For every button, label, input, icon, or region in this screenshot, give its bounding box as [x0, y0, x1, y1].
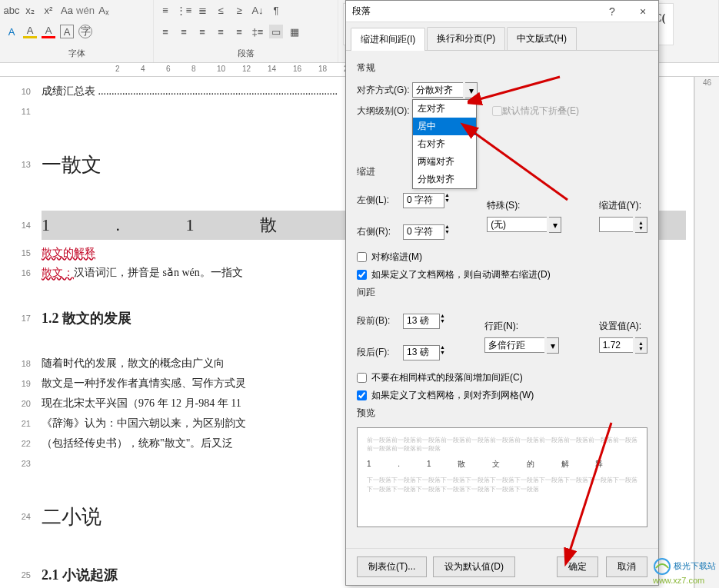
ruler-right-label: 46 [694, 77, 719, 588]
annotation-arrow [558, 415, 619, 569]
inc-indent-icon[interactable]: ≥ [232, 3, 246, 17]
svg-line-2 [569, 423, 611, 553]
showmarks-icon[interactable]: ¶ [269, 3, 283, 17]
indent-value-label: 缩进值(Y): [599, 199, 641, 212]
auto-right-indent-label: 如果定义了文档网格，则自动调整右缩进(D) [371, 268, 551, 281]
linespacing-icon[interactable]: ‡≡ [251, 25, 265, 38]
phonetic-icon[interactable]: wén [78, 3, 92, 17]
sym-indent-label: 对称缩进(M) [371, 251, 422, 264]
help-button[interactable]: ? [597, 1, 627, 22]
right-indent-input[interactable] [403, 224, 444, 240]
no-space-same-style-label: 不要在相同样式的段落间增加间距(C) [371, 371, 523, 384]
section-spacing: 间距 [357, 286, 647, 299]
snap-grid-label: 如果定义了文档网格，则对齐到网格(W) [371, 389, 534, 402]
align-justify-icon[interactable]: ≡ [214, 25, 228, 38]
align-left-icon[interactable]: ≡ [158, 25, 172, 38]
alignment-value[interactable] [412, 82, 463, 98]
indent-value-input[interactable]: ▲▼ [599, 217, 647, 233]
outline-label: 大纲级别(O): [357, 105, 412, 118]
space-after-label: 段后(F): [357, 346, 403, 359]
bullets-icon[interactable]: ≡ [158, 3, 172, 17]
spinner-icon[interactable]: ▲▼ [440, 344, 445, 360]
special-value[interactable] [487, 217, 547, 232]
tab-indent-spacing[interactable]: 缩进和间距(I) [351, 28, 425, 51]
borders-icon[interactable]: ▦ [288, 25, 301, 38]
multilevel-icon[interactable]: ≣ [195, 3, 209, 17]
dialog-title: 段落 [346, 5, 597, 18]
spinner-icon[interactable]: ▲▼ [444, 224, 450, 240]
left-indent-label: 左侧(L): [357, 194, 403, 207]
special-combo[interactable]: ▾ [487, 217, 561, 233]
annotation-arrow [460, 108, 575, 208]
auto-right-indent-checkbox[interactable] [357, 270, 367, 280]
spinner-icon[interactable]: ▲▼ [635, 337, 647, 354]
close-button[interactable]: × [627, 1, 658, 22]
highlight-icon[interactable]: A [5, 25, 18, 38]
set-value-label: 设置值(A): [599, 320, 641, 333]
no-space-same-style-checkbox[interactable] [357, 373, 367, 383]
chevron-down-icon[interactable]: ▾ [547, 337, 559, 354]
paragraph-group-label: 段落 [158, 48, 333, 59]
shading-icon[interactable]: ▭ [269, 25, 283, 38]
svg-line-1 [471, 131, 568, 200]
align-right-icon[interactable]: ≡ [195, 25, 209, 38]
snap-grid-checkbox[interactable] [357, 390, 367, 400]
char-shading-icon[interactable]: A [42, 25, 55, 38]
align-center-icon[interactable]: ≡ [177, 25, 191, 38]
space-after-input[interactable] [403, 345, 440, 360]
spinner-icon[interactable]: ▲▼ [440, 313, 445, 329]
right-indent-label: 右侧(R): [357, 225, 403, 238]
clear-format-icon[interactable]: Aᵪ [97, 3, 111, 17]
sup-icon[interactable]: x² [42, 3, 55, 17]
tab-line-page-breaks[interactable]: 换行和分页(P) [427, 27, 505, 50]
sort-icon[interactable]: A↓ [251, 3, 265, 17]
linespacing-label: 行距(N): [484, 320, 518, 333]
dec-indent-icon[interactable]: ≤ [214, 3, 228, 17]
strike-icon[interactable]: abc [5, 3, 18, 17]
aurora-logo-icon [653, 557, 671, 576]
spinner-icon[interactable]: ▲▼ [635, 217, 647, 233]
tab-asian-typography[interactable]: 中文版式(H) [507, 27, 577, 50]
dialog-tabs: 缩进和间距(I) 换行和分页(P) 中文版式(H) [346, 22, 658, 51]
numbering-icon[interactable]: ⋮≡ [177, 3, 191, 17]
watermark: 极光下载站 www.xz7.com [653, 557, 716, 585]
sym-indent-checkbox[interactable] [357, 252, 367, 262]
space-before-input[interactable] [403, 314, 440, 329]
distribute-icon[interactable]: ≡ [232, 25, 246, 38]
left-indent-input[interactable] [403, 193, 444, 208]
font-color-icon[interactable]: A [23, 25, 37, 38]
alignment-label: 对齐方式(G): [357, 84, 412, 97]
case-icon[interactable]: Aa [60, 3, 74, 17]
linespacing-value[interactable] [484, 337, 544, 353]
linespacing-combo[interactable]: ▾ [484, 337, 559, 354]
svg-line-0 [477, 77, 560, 100]
font-group-label: 字体 [5, 48, 148, 59]
dialog-titlebar: 段落 ? × [346, 1, 658, 22]
char-border-icon[interactable]: A [60, 25, 74, 38]
sub-icon[interactable]: x₂ [23, 3, 37, 17]
space-before-label: 段前(B): [357, 314, 403, 327]
set-default-button[interactable]: 设为默认值(D) [433, 556, 515, 577]
set-value-input[interactable]: ▲▼ [599, 337, 647, 354]
spinner-icon[interactable]: ▲▼ [444, 192, 450, 208]
tabs-button[interactable]: 制表位(T)... [357, 556, 427, 577]
enclose-icon[interactable]: 字 [78, 25, 92, 38]
chevron-down-icon[interactable]: ▾ [549, 217, 561, 233]
